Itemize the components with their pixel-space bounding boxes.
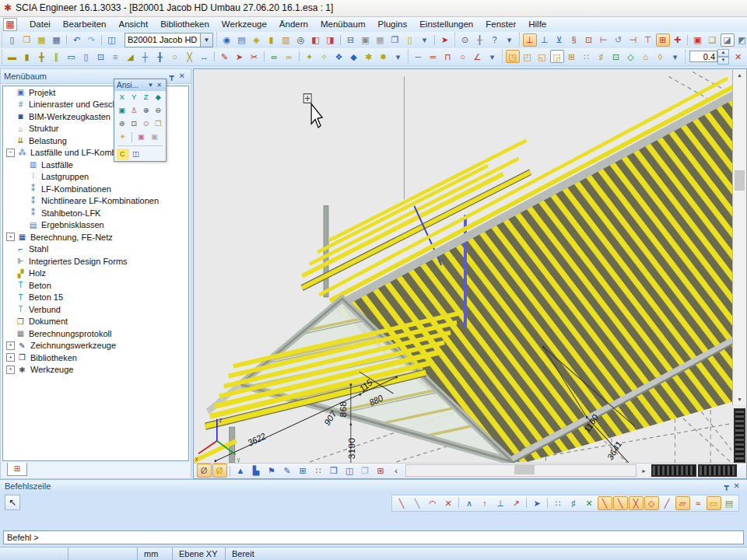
show-selection-glasses-icon[interactable]: ∞ (282, 50, 296, 63)
camera-locked-icon[interactable]: ▣ (149, 131, 161, 143)
undo-icon[interactable]: ↶ (70, 33, 84, 47)
project-window-icon[interactable]: ◫ (105, 33, 119, 47)
tree-item-stahl[interactable]: ⌐Stahl (3, 243, 188, 255)
haunch-icon[interactable]: ◢ (124, 50, 138, 63)
overflow-chevron-icon[interactable]: ▾ (418, 33, 432, 47)
selection-mode-button[interactable]: ↖ (5, 495, 20, 510)
spring-support-icon[interactable]: § (567, 33, 581, 47)
vertex-snap-icon[interactable]: ↑ (478, 496, 493, 510)
double-line-icon[interactable]: ═ (426, 50, 440, 63)
minimized-toolbar-1[interactable] (651, 464, 696, 477)
dot-grid-icon[interactable]: ∷ (580, 50, 594, 63)
light-bulb-icon[interactable]: ☀ (117, 131, 129, 143)
drag-select-icon[interactable]: ➤ (233, 50, 247, 63)
tree-item-nichtlineare-lf-kombinationen[interactable]: ⁑Nichtlineare LF-Kombinationen (3, 194, 188, 207)
menu-item-fenster[interactable]: Fenster (479, 18, 522, 30)
tree-expander-icon[interactable]: + (6, 353, 15, 362)
camera-store-icon[interactable]: ▣ (135, 131, 148, 143)
perspective-view-icon[interactable]: ◫ (130, 149, 142, 160)
release-icon[interactable]: ↺ (612, 33, 626, 47)
wall-icon[interactable]: ▯ (79, 50, 93, 63)
overflow-chevron-icon[interactable]: ▾ (486, 50, 500, 63)
merge-window-icon[interactable]: ◨ (324, 33, 338, 47)
line-support-icon[interactable]: ⊢ (597, 33, 611, 47)
clipping-box-on-icon[interactable]: Ø (197, 464, 212, 478)
labels-grid-icon[interactable]: ⊞ (296, 464, 310, 478)
palette-close-icon[interactable]: ✕ (155, 82, 163, 89)
zoom-out-icon[interactable]: ⊖ (153, 105, 164, 117)
labels-abc-icon[interactable]: ✎ (280, 464, 295, 478)
view-x-icon[interactable]: X (117, 92, 128, 103)
zoom-selection-icon[interactable]: ⊙ (141, 118, 153, 130)
project-combo[interactable]: B20001 Jacob HD Umbau 27.06.20 16.1 ▼ (124, 33, 213, 47)
cursor-settings-icon[interactable]: ➤ (530, 496, 545, 510)
tree-item-beton-15[interactable]: TBeton 15 (3, 291, 188, 303)
results-diagram-icon[interactable]: ▙ (249, 464, 264, 478)
palette-dropdown-icon[interactable]: ▼ (146, 82, 155, 89)
minimized-toolbar-2[interactable] (698, 464, 737, 477)
cross-sections-icon[interactable]: ▮ (265, 33, 279, 47)
menubaum-tab[interactable]: ⊞ (7, 463, 27, 476)
workplane-custom-icon[interactable]: ◲ (550, 50, 564, 63)
circle-icon[interactable]: ○ (456, 50, 470, 63)
dimension-tool-icon[interactable]: ↔ (198, 50, 212, 63)
tree-expander-icon[interactable]: + (6, 341, 15, 350)
scroll-right-icon[interactable]: ► (638, 465, 650, 477)
axes-display-icon[interactable]: ▲ (233, 464, 248, 478)
printer-icon[interactable]: ⊟ (344, 33, 358, 47)
panel-close-icon[interactable]: ✕ (177, 72, 188, 80)
menu-item-bibliotheken[interactable]: Bibliotheken (154, 18, 216, 30)
view-parameters-icon[interactable]: ◫ (342, 464, 357, 478)
document-page-icon[interactable]: ▯ (403, 33, 417, 47)
menu-item-plugins[interactable]: Plugins (371, 18, 413, 30)
polyline-edit-icon[interactable]: ✎ (218, 50, 232, 63)
load-group-icon[interactable]: ✧ (317, 50, 331, 63)
save-project-icon[interactable]: ▦ (35, 33, 49, 47)
plane-down-icon[interactable]: ◊ (654, 50, 668, 63)
tree-item-lf-kombinationen[interactable]: ⁑LF-Kombinationen (3, 183, 188, 195)
clipping-plane-icon[interactable]: Ø (212, 464, 227, 478)
dot-grid-snap-icon[interactable]: ∷ (551, 496, 566, 510)
menu-item-ansicht[interactable]: Ansicht (112, 18, 154, 30)
intersection-icon[interactable]: ╳ (183, 50, 197, 63)
plane-up-icon[interactable]: ⌂ (639, 50, 653, 63)
load-scale-spinner[interactable]: ▲▼ (689, 49, 729, 65)
fixed-support-icon[interactable]: ⊥ (538, 33, 552, 47)
menu-item--ndern[interactable]: Ändern (273, 18, 314, 30)
scroll-down-icon[interactable]: ▼ (734, 394, 745, 405)
document-export-icon[interactable]: ❐ (388, 33, 402, 47)
zoom-all-icon[interactable]: ⊛ (117, 118, 128, 130)
menu-item-datei[interactable]: Datei (23, 18, 57, 30)
menu-item-hilfe[interactable]: Hilfe (522, 18, 552, 30)
snap-plane-icon[interactable]: ◇ (624, 50, 638, 63)
network-links-icon[interactable]: ◉ (220, 33, 234, 47)
menu-item-men-baum[interactable]: Menübaum (314, 18, 372, 30)
node-icon[interactable]: ┼ (139, 50, 153, 63)
snap-line-endpoints-icon[interactable]: ╲ (395, 496, 409, 510)
pin-properties-icon[interactable]: ╂ (473, 33, 487, 47)
intersection-snap-icon[interactable]: ╳ (629, 496, 644, 510)
vertical-scroll-thumb[interactable] (735, 170, 745, 191)
angle-snap-icon[interactable]: ∧ (462, 496, 477, 510)
shaded-toggle-icon[interactable]: ◩ (735, 33, 747, 47)
horizontal-scroll-thumb[interactable] (514, 465, 535, 474)
menu-item-einstellungen[interactable]: Einstellungen (413, 18, 479, 30)
member-hinge-icon[interactable]: ○ (168, 50, 182, 63)
cross-beam-icon[interactable]: ╋ (35, 50, 49, 63)
layers-icon[interactable]: ▤ (235, 33, 249, 47)
move-node-icon[interactable]: ✚ (671, 33, 685, 47)
activity-grid-icon[interactable]: ⊞ (374, 464, 388, 478)
load-scale-input[interactable] (689, 51, 717, 62)
snap-off-icon[interactable]: ✕ (582, 496, 597, 510)
line-grid-icon[interactable]: ♯ (594, 50, 608, 63)
load-scale-down-icon[interactable]: ▼ (717, 57, 729, 65)
result-class-icon[interactable]: ◆ (347, 50, 361, 63)
mass-group-icon[interactable]: ✱ (362, 50, 376, 63)
tree-item-beton[interactable]: TBeton (3, 279, 188, 292)
calculation-report-icon[interactable]: ➤ (438, 33, 452, 47)
workplane-xy-icon[interactable]: ◳ (506, 50, 520, 63)
hinge-node-icon[interactable]: ⊤ (641, 33, 655, 47)
overflow-chevron-icon[interactable]: ▾ (391, 50, 405, 63)
render-save-icon[interactable]: ▣ (691, 33, 705, 47)
recalculate-icon[interactable]: ◎ (294, 33, 308, 47)
